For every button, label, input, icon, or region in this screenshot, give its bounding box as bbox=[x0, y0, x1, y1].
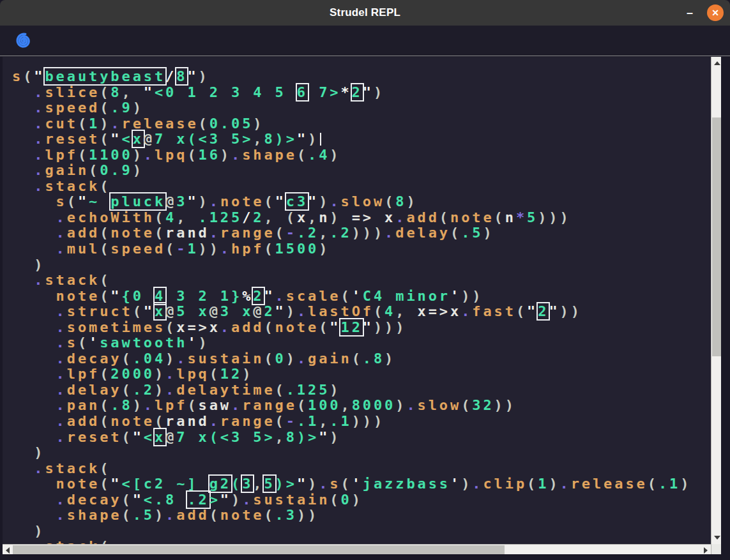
code-token: . bbox=[220, 319, 231, 335]
code-token: )) bbox=[494, 397, 516, 413]
code-token: ) bbox=[155, 507, 165, 523]
code-token: s bbox=[56, 193, 67, 209]
code-token: ) bbox=[199, 193, 209, 209]
code-line: .sometimes(x=>x.add(note("12"))) bbox=[12, 320, 711, 336]
window-title: Strudel REPL bbox=[330, 6, 400, 19]
code-token: 0 bbox=[275, 351, 286, 367]
code-token: )) bbox=[461, 288, 483, 304]
code-token: <[c2 ~] bbox=[122, 476, 209, 492]
code-token: 8 bbox=[110, 84, 121, 100]
code-token: 8 bbox=[395, 193, 406, 209]
code-token: @ bbox=[165, 429, 176, 445]
strudel-logo-icon[interactable] bbox=[14, 31, 33, 50]
code-line: .gain(0.9) bbox=[12, 163, 711, 179]
code-token: ) bbox=[199, 68, 209, 84]
code-token bbox=[12, 241, 56, 257]
code-token bbox=[12, 225, 56, 241]
code-token: . bbox=[165, 507, 176, 523]
code-token: ))) bbox=[374, 319, 406, 335]
code-token: ( bbox=[121, 492, 132, 508]
code-token: . bbox=[297, 351, 308, 367]
code-token: )) bbox=[199, 241, 220, 257]
code-token bbox=[12, 366, 56, 382]
scroll-right-arrow-icon[interactable] bbox=[704, 547, 708, 554]
code-token: " bbox=[78, 193, 89, 209]
code-token: " bbox=[319, 429, 330, 445]
code-line: .cut(1).release(0.05) bbox=[12, 116, 711, 132]
code-token: )) bbox=[560, 303, 582, 319]
code-token: . bbox=[56, 209, 67, 225]
code-token: ) bbox=[12, 444, 45, 460]
code-token: 0.05 bbox=[209, 116, 254, 132]
code-token: ( bbox=[516, 303, 527, 319]
code-token: . bbox=[56, 382, 67, 398]
close-button[interactable]: ✕ bbox=[707, 4, 724, 21]
minimize-button[interactable]: – bbox=[681, 4, 698, 21]
code-token: 16 bbox=[199, 147, 220, 163]
code-token: ) bbox=[330, 382, 340, 398]
code-token: , bbox=[340, 397, 351, 413]
code-area[interactable]: s("beautybeast/8") .slice(8, "<0 1 2 3 4… bbox=[3, 57, 711, 544]
code-token: 3 bbox=[176, 193, 187, 209]
code-token: . bbox=[56, 429, 67, 445]
code-token: ( bbox=[384, 193, 395, 209]
code-token: ) bbox=[319, 193, 330, 209]
code-token: reset bbox=[67, 429, 122, 445]
code-token: ( bbox=[100, 225, 110, 241]
code-token: , bbox=[275, 429, 286, 445]
active-token: x bbox=[155, 303, 165, 319]
code-token: " bbox=[110, 131, 121, 147]
code-line: ) bbox=[12, 445, 711, 461]
code-token: " bbox=[330, 319, 340, 335]
code-line: .lpf(1100).lpq(16).shape(.4) bbox=[12, 148, 711, 163]
code-token: )) bbox=[297, 507, 319, 523]
code-token: rand bbox=[165, 225, 209, 241]
code-token: . bbox=[34, 131, 45, 147]
active-token: 2 bbox=[253, 288, 264, 304]
code-line: note("{0 4 3 2 1}%2".scale('C4 minor')) bbox=[12, 289, 711, 305]
code-token: s bbox=[330, 476, 340, 492]
code-token: add bbox=[406, 209, 439, 225]
code-token: 3 x bbox=[220, 303, 253, 319]
vertical-scrollbar[interactable] bbox=[711, 57, 721, 544]
scroll-left-arrow-icon[interactable] bbox=[6, 547, 10, 554]
code-token: speed bbox=[45, 100, 100, 116]
code-line: s("~ pluck@3").note("c3").slow(8) bbox=[12, 194, 711, 210]
code-line: .stack( bbox=[12, 539, 711, 544]
code-token: ( bbox=[100, 538, 110, 544]
code-token: ( bbox=[264, 507, 275, 523]
code-token: " bbox=[363, 84, 374, 100]
code-token: . bbox=[560, 476, 571, 492]
code-token bbox=[12, 147, 34, 163]
code-token: add bbox=[67, 413, 100, 429]
code-token: " bbox=[275, 193, 286, 209]
code-token: note bbox=[450, 209, 494, 225]
code-token: range bbox=[220, 413, 275, 429]
scroll-up-arrow-icon[interactable] bbox=[714, 61, 720, 65]
code-token: . bbox=[34, 538, 45, 544]
code-token: ( bbox=[648, 476, 658, 492]
code-token: ( bbox=[121, 507, 132, 523]
vertical-scrollbar-thumb[interactable] bbox=[712, 117, 721, 356]
scroll-down-arrow-icon[interactable] bbox=[714, 536, 720, 540]
code-token: 8000 bbox=[352, 397, 396, 413]
code-token: .2 bbox=[330, 225, 351, 241]
code-token: " bbox=[144, 303, 155, 319]
horizontal-scrollbar[interactable] bbox=[3, 544, 711, 554]
code-line: .add(note(rand.range(-.2,.2))).delay(.5) bbox=[12, 225, 711, 241]
code-token: 8)> bbox=[286, 429, 319, 445]
code-token: ( bbox=[78, 116, 89, 132]
code-token: stack bbox=[45, 460, 100, 476]
code-token: 2000 bbox=[110, 366, 155, 382]
code-token: note bbox=[110, 413, 155, 429]
code-token: note bbox=[220, 507, 264, 523]
horizontal-scrollbar-thumb[interactable] bbox=[13, 545, 505, 554]
code-token: ' bbox=[450, 476, 461, 492]
code-token: lpf bbox=[45, 147, 77, 163]
code-token: delay bbox=[395, 225, 450, 241]
code-token: . bbox=[144, 397, 155, 413]
window-controls: – ✕ bbox=[681, 0, 724, 26]
code-token: ( bbox=[450, 225, 461, 241]
code-token: < bbox=[144, 429, 155, 445]
code-token: .4 bbox=[308, 147, 330, 163]
